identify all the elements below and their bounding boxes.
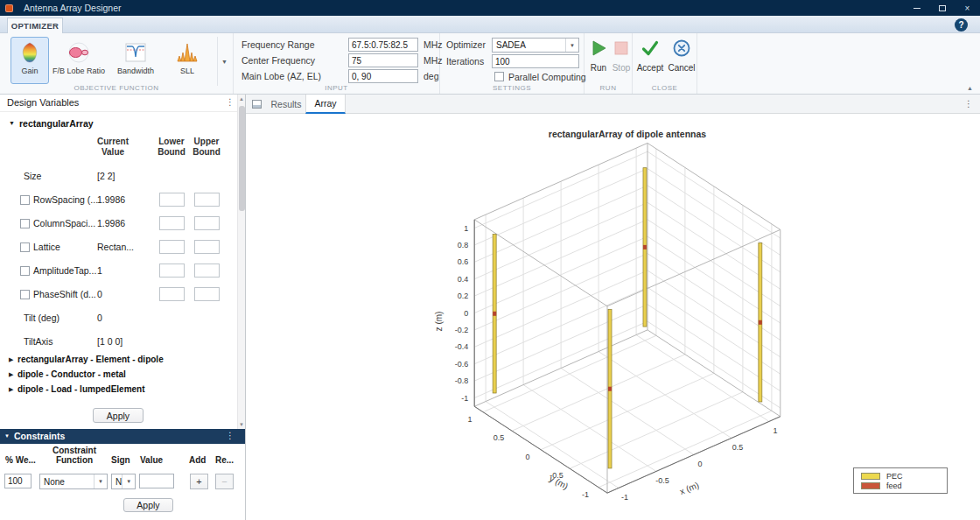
lower-bound-input[interactable] (159, 287, 185, 301)
close-button[interactable]: × (955, 0, 980, 16)
optimizer-dropdown[interactable]: SADEA ▼ (492, 38, 579, 53)
tab-optimizer[interactable]: OPTIMIZER (7, 18, 63, 33)
scrollbar-thumb[interactable] (239, 106, 245, 211)
collapse-ribbon-icon[interactable]: ▲ (967, 85, 973, 91)
sll-button[interactable]: SLL (166, 37, 208, 84)
constraints-menu-icon[interactable]: ⋮ (226, 431, 234, 440)
upper-bound-input[interactable] (194, 193, 220, 207)
variable-label: ColumnSpaci... (33, 218, 95, 228)
variable-checkbox[interactable] (20, 290, 30, 299)
stop-button: Stop (611, 39, 632, 73)
column-header-sign: Sign (111, 455, 130, 465)
stop-label: Stop (612, 63, 631, 73)
tree-group-load-lumpedelement[interactable]: ▶ dipole - Load - lumpedElement (0, 383, 245, 397)
svg-text:0.5: 0.5 (732, 443, 744, 452)
center-frequency-input[interactable] (348, 53, 418, 67)
chevron-down-icon: ▼ (122, 474, 135, 488)
svg-text:z (m): z (m) (434, 312, 444, 332)
svg-text:1: 1 (468, 415, 472, 424)
upper-bound-input[interactable] (194, 240, 220, 254)
section-label-input: INPUT (234, 84, 439, 92)
add-constraint-button[interactable]: + (190, 474, 208, 489)
panel-menu-icon[interactable]: ⋮ (226, 97, 234, 107)
fb-lobe-ratio-button[interactable]: F/B Lobe Ratio (51, 37, 107, 84)
figure-menu-icon[interactable]: ⋮ (964, 99, 973, 109)
column-header-value: Value (140, 455, 163, 465)
run-button[interactable]: Run (586, 39, 611, 73)
fb-lobe-ratio-label: F/B Lobe Ratio (52, 67, 105, 75)
expand-icon[interactable]: ▶ (9, 371, 13, 378)
variable-checkbox[interactable] (20, 266, 30, 276)
lower-bound-input[interactable] (159, 264, 185, 278)
variable-checkbox[interactable] (20, 195, 30, 205)
sign-dropdown[interactable]: N ▼ (111, 474, 136, 489)
maximize-button[interactable] (929, 0, 955, 16)
scroll-up-icon[interactable]: ▲ (238, 96, 245, 102)
constraints-apply-button[interactable]: Apply (123, 498, 173, 512)
dock-layout-icon[interactable] (252, 100, 262, 109)
upper-bound-input[interactable] (194, 216, 220, 230)
svg-text:y (m): y (m) (548, 474, 570, 491)
stop-icon (612, 39, 631, 61)
table-row-phaseshift: PhaseShift (d... 0 (0, 283, 234, 306)
variable-checkbox[interactable] (20, 242, 30, 252)
scroll-down-icon[interactable]: ▼ (238, 422, 245, 427)
antenna-array-designer-window: Antenna Array Designer × OPTIMIZER ? (0, 0, 980, 520)
lower-bound-input[interactable] (159, 193, 185, 207)
expand-icon[interactable]: ▶ (9, 356, 13, 363)
ribbon-tabstrip: OPTIMIZER ? (0, 16, 980, 33)
minimize-button[interactable] (904, 0, 929, 16)
tree-group-conductor-metal[interactable]: ▶ dipole - Conductor - metal (0, 369, 245, 383)
accept-button[interactable]: Accept (635, 39, 665, 73)
design-variables-apply-button[interactable]: Apply (93, 408, 144, 423)
frequency-range-input[interactable] (348, 38, 418, 52)
ribbon-toolbar: Gain F/B Lobe Ratio (0, 33, 980, 95)
parallel-computing-checkbox[interactable] (494, 72, 504, 81)
section-objective-function: Gain F/B Lobe Ratio (0, 33, 234, 94)
feed-swatch (861, 482, 880, 489)
main-lobe-input[interactable] (348, 69, 418, 83)
play-icon (589, 39, 608, 61)
constraint-function-dropdown[interactable]: None ▼ (39, 474, 108, 489)
variable-label: Tilt (deg) (24, 313, 60, 323)
upper-bound-input[interactable] (194, 287, 220, 301)
table-row-lattice: Lattice Rectan... (0, 235, 234, 259)
expand-icon[interactable]: ▶ (9, 386, 13, 393)
collapse-icon[interactable]: ▼ (9, 120, 15, 126)
design-variables-header: Design Variables ⋮ (0, 95, 245, 112)
objective-more-dropdown[interactable]: ▼ (217, 37, 231, 86)
3d-axes[interactable]: -1-0.500.51-1-0.500.51-1-0.8-0.6-0.4-0.2… (246, 114, 980, 520)
figure-panel: Results Array ⋮ -1-0.500.51-1-0.500.51-1… (246, 95, 980, 520)
array-3d-plot[interactable]: -1-0.500.51-1-0.500.51-1-0.8-0.6-0.4-0.2… (246, 114, 980, 520)
variable-label: PhaseShift (d... (33, 289, 96, 299)
column-header-current-value: Current Value (83, 137, 143, 158)
svg-text:0.2: 0.2 (458, 292, 469, 300)
weight-input[interactable] (4, 474, 32, 488)
tree-group-label: dipole - Load - lumpedElement (18, 384, 145, 394)
svg-text:0.5: 0.5 (494, 433, 505, 442)
lower-bound-input[interactable] (159, 216, 185, 230)
constraint-value-input[interactable] (139, 474, 174, 488)
variable-checkbox[interactable] (20, 219, 30, 228)
tree-root-row[interactable]: ▼ rectangularArray (0, 117, 245, 131)
cancel-button[interactable]: Cancel (668, 39, 696, 73)
gain-button[interactable]: Gain (10, 37, 49, 84)
center-frequency-label: Center Frequency (242, 53, 315, 67)
column-header-lower-bound: Lower Bound (152, 137, 191, 158)
bandwidth-button[interactable]: Bandwidth (110, 37, 161, 84)
variable-value: 1.9986 (97, 194, 125, 205)
tree-group-element-dipole[interactable]: ▶ rectangularArray - Element - dipole (0, 354, 245, 368)
tab-array[interactable]: Array (305, 95, 346, 114)
frequency-range-label: Frequency Range (242, 38, 314, 52)
tab-results[interactable]: Results (267, 95, 305, 114)
lower-bound-input[interactable] (159, 240, 185, 254)
table-row-amplitudetaper: AmplitudeTap... 1 (0, 259, 234, 283)
design-variables-scrollbar[interactable]: ▲ ▼ (237, 95, 245, 429)
collapse-icon[interactable]: ▼ (4, 433, 10, 439)
help-button[interactable]: ? (955, 18, 968, 32)
upper-bound-input[interactable] (194, 264, 220, 278)
constraints-header[interactable]: ▼ Constraints ⋮ (0, 429, 245, 444)
main-lobe-label: Main Lobe (AZ, EL) (242, 69, 321, 83)
maximize-icon (939, 5, 946, 11)
iterations-input[interactable] (492, 54, 579, 68)
